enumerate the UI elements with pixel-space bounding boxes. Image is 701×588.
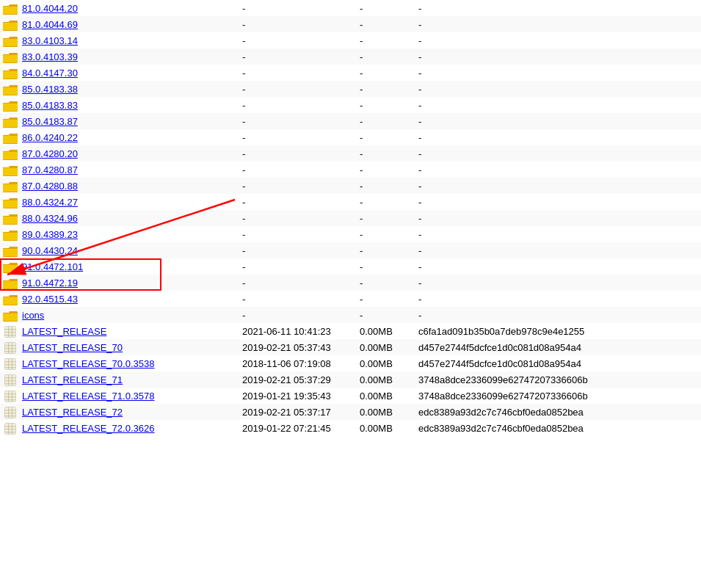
date-cell: -	[242, 68, 245, 79]
folder-link[interactable]: 85.0.4183.87	[22, 116, 78, 127]
date-cell: -	[242, 261, 245, 272]
size-col: -	[360, 19, 418, 30]
size-col: 0.00MB	[360, 358, 418, 369]
size-col: -	[360, 294, 418, 305]
date-cell: -	[242, 245, 245, 256]
hash-col: d457e2744f5dcfce1d0c081d08a954a4	[418, 358, 698, 369]
folder-icon	[3, 196, 18, 208]
file-icon	[3, 406, 18, 418]
file-link[interactable]: LATEST_RELEASE_72.0.3626	[22, 423, 154, 434]
folder-link[interactable]: 86.0.4240.22	[22, 132, 78, 143]
date-cell: -	[242, 310, 245, 321]
folder-link[interactable]: 87.0.4280.20	[22, 148, 78, 159]
svg-rect-71	[3, 281, 18, 288]
date-cell: 2019-02-21 05:37:29	[242, 374, 331, 385]
folder-link[interactable]: 87.0.4280.88	[22, 181, 78, 192]
folder-link[interactable]: 88.0.4324.96	[22, 213, 78, 224]
date-col: 2019-02-21 05:37:29	[242, 374, 360, 385]
file-link[interactable]: LATEST_RELEASE_70	[22, 342, 123, 353]
size-col: -	[360, 245, 418, 256]
folder-link[interactable]: 83.0.4103.14	[22, 35, 78, 46]
date-cell: -	[242, 181, 245, 192]
svg-rect-55	[3, 217, 18, 224]
size-cell: -	[360, 164, 363, 175]
size-col: -	[360, 229, 418, 240]
date-cell: 2019-01-21 19:35:43	[242, 391, 331, 402]
table-row: 81.0.4044.69 - - -	[0, 16, 701, 32]
date-col: -	[242, 310, 360, 321]
folder-link[interactable]: 89.0.4389.23	[22, 229, 78, 240]
hash-cell: -	[418, 164, 421, 175]
file-link[interactable]: LATEST_RELEASE_72	[22, 407, 123, 418]
hash-cell: -	[418, 197, 421, 208]
table-row: 88.0.4324.27 - - -	[0, 194, 701, 210]
file-icon	[3, 390, 18, 402]
folder-link[interactable]: 91.0.4472.19	[22, 277, 78, 288]
size-col: 0.00MB	[360, 326, 418, 337]
folder-link[interactable]: 92.0.4515.43	[22, 294, 78, 305]
hash-cell: 3748a8dce2336099e62747207336606b	[418, 374, 588, 385]
date-col: -	[242, 51, 360, 62]
name-cell: LATEST_RELEASE_72	[22, 407, 242, 418]
hash-cell: -	[418, 100, 421, 111]
folder-link[interactable]: 83.0.4103.39	[22, 51, 78, 62]
file-link[interactable]: LATEST_RELEASE_71	[22, 374, 123, 385]
table-row: 90.0.4430.24 - - -	[0, 242, 701, 258]
file-link[interactable]: LATEST_RELEASE_71.0.3578	[22, 391, 154, 402]
name-cell: 92.0.4515.43	[22, 294, 242, 305]
size-cell: -	[360, 213, 363, 224]
folder-link[interactable]: 85.0.4183.38	[22, 84, 78, 95]
date-col: -	[242, 148, 360, 159]
folder-icon	[3, 212, 18, 224]
hash-col: -	[418, 84, 698, 95]
size-col: -	[360, 197, 418, 208]
size-cell: -	[360, 197, 363, 208]
name-cell: 90.0.4430.24	[22, 245, 242, 256]
name-cell: LATEST_RELEASE_72.0.3626	[22, 423, 242, 434]
file-icon	[3, 357, 18, 369]
size-col: -	[360, 68, 418, 79]
svg-rect-35	[3, 136, 18, 143]
name-cell: 88.0.4324.27	[22, 197, 242, 208]
folder-icon	[3, 115, 18, 127]
hash-cell: -	[418, 245, 421, 256]
date-col: -	[242, 68, 360, 79]
folder-link[interactable]: 85.0.4183.83	[22, 100, 78, 111]
folder-link[interactable]: 88.0.4324.27	[22, 197, 78, 208]
hash-col: -	[418, 294, 698, 305]
table-row: 85.0.4183.83 - - -	[0, 97, 701, 113]
folder-link[interactable]: 87.0.4280.87	[22, 164, 78, 175]
date-cell: -	[242, 164, 245, 175]
size-cell: -	[360, 181, 363, 192]
folder-link[interactable]: 81.0.4044.20	[22, 3, 78, 14]
folder-link[interactable]: 84.0.4147.30	[22, 68, 78, 79]
folder-icon	[3, 228, 18, 240]
table-row: LATEST_RELEASE_72.0.3626 2019-01-22 07:2…	[0, 420, 701, 436]
name-cell: icons	[22, 310, 242, 321]
folder-link[interactable]: 91.0.4472.101	[22, 261, 83, 272]
folder-icon	[3, 148, 18, 159]
hash-col: edc8389a93d2c7c746cbf0eda0852bea	[418, 407, 698, 418]
file-link[interactable]: LATEST_RELEASE	[22, 326, 106, 337]
folder-link[interactable]: icons	[22, 310, 44, 321]
size-col: -	[360, 277, 418, 288]
date-cell: -	[242, 116, 245, 127]
date-cell: -	[242, 132, 245, 143]
hash-cell: -	[418, 68, 421, 79]
file-link[interactable]: LATEST_RELEASE_70.0.3538	[22, 358, 154, 369]
hash-col: -	[418, 100, 698, 111]
table-row: 89.0.4389.23 - - -	[0, 226, 701, 242]
hash-col: -	[418, 132, 698, 143]
table-row: 92.0.4515.43 - - -	[0, 291, 701, 307]
date-cell: -	[242, 213, 245, 224]
date-cell: -	[242, 3, 245, 14]
date-col: -	[242, 116, 360, 127]
folder-link[interactable]: 81.0.4044.69	[22, 19, 78, 30]
hash-col: -	[418, 116, 698, 127]
folder-link[interactable]: 90.0.4430.24	[22, 245, 78, 256]
size-cell: -	[360, 100, 363, 111]
date-cell: -	[242, 35, 245, 46]
size-col: 0.00MB	[360, 342, 418, 353]
size-cell: -	[360, 277, 363, 288]
table-row: 88.0.4324.96 - - -	[0, 210, 701, 226]
